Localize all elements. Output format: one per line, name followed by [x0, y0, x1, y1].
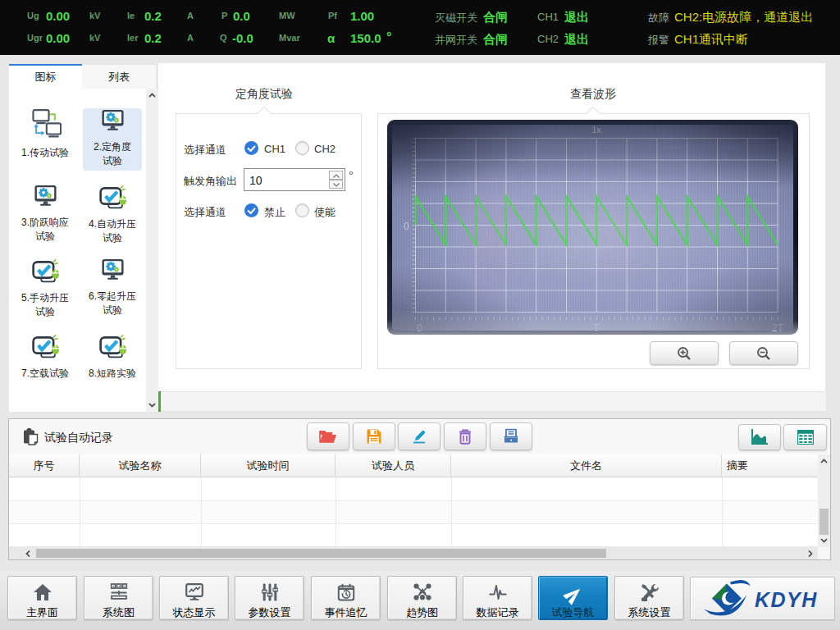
svg-text:KDYH: KDYH [755, 588, 818, 611]
